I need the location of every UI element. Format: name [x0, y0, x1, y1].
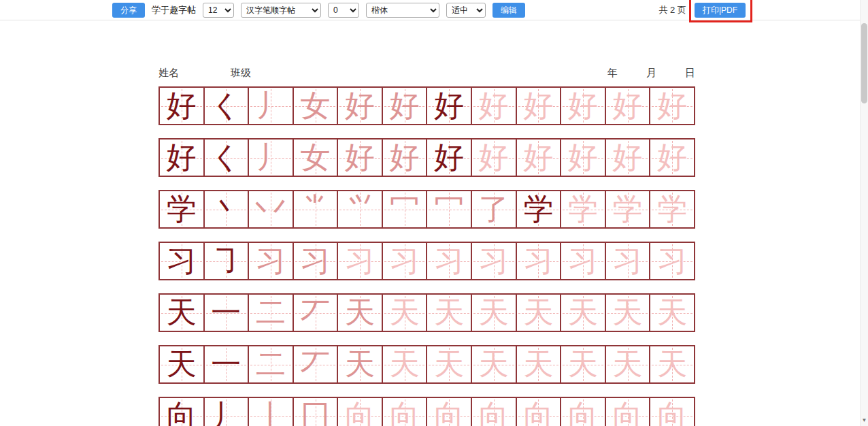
- grid-cell: 女: [293, 140, 337, 176]
- character-row: 学丶丷⺌⺍冖冖了学学学学: [158, 190, 695, 229]
- grid-cell: く: [203, 88, 248, 124]
- practice-char: 习: [294, 243, 337, 279]
- grid-cell: 习: [160, 243, 203, 279]
- practice-char: 二: [249, 346, 293, 382]
- grid-cell: 冂: [293, 398, 337, 426]
- grid-cell: 天: [605, 295, 650, 331]
- spacing-select[interactable]: 适中: [446, 3, 486, 18]
- grid-cell: 好: [649, 140, 694, 176]
- practice-char: 学: [561, 191, 605, 227]
- font-family-select[interactable]: 楷体: [366, 3, 439, 18]
- grid-cell: 好: [649, 88, 694, 124]
- grid-cell: 天: [426, 346, 471, 382]
- grid-cell: 天: [649, 295, 694, 331]
- grid-cell: 好: [516, 88, 561, 124]
- practice-char: 天: [561, 295, 605, 331]
- grid-cell: 天: [471, 295, 516, 331]
- character-row: 天一二丆天天天天天天天天: [158, 345, 695, 384]
- font-size-select[interactable]: 12: [203, 3, 234, 18]
- practice-char: 丷: [249, 191, 293, 227]
- practice-char: 学: [650, 191, 694, 227]
- practice-char: 好: [561, 88, 605, 124]
- practice-char: 丿: [249, 88, 293, 124]
- practice-char: ⺌: [294, 191, 337, 227]
- sheet-type-select[interactable]: 汉字笔顺字帖: [241, 3, 321, 18]
- practice-char: 天: [517, 295, 561, 331]
- practice-char: 好: [517, 88, 561, 124]
- grid-cell: 学: [560, 191, 605, 227]
- scrollbar[interactable]: ▼: [860, 0, 868, 426]
- print-pdf-button[interactable]: 打印|PDF: [695, 3, 746, 18]
- grid-cell: 习: [337, 243, 382, 279]
- practice-char: 习: [472, 243, 516, 279]
- practice-char: 天: [338, 346, 382, 382]
- toolbar: 分享 学于趣字帖 12 汉字笔顺字帖 0 楷体 适中 编辑 共 2 页 打印|P…: [0, 0, 868, 20]
- character-row: 好く丿女好好好好好好好好: [158, 86, 695, 125]
- grid-cell: 学: [516, 191, 561, 227]
- grid-cell: く: [203, 140, 248, 176]
- practice-char: 天: [160, 346, 203, 382]
- grid-cell: 习: [382, 243, 427, 279]
- practice-char: 天: [427, 346, 471, 382]
- grid-cell: 好: [471, 140, 516, 176]
- edit-button[interactable]: 编辑: [493, 3, 525, 18]
- practice-char: 学: [160, 191, 203, 227]
- practice-char: 好: [338, 88, 382, 124]
- grid-cell: 好: [160, 88, 203, 124]
- practice-char: 天: [561, 346, 605, 382]
- scrollbar-thumb[interactable]: [861, 23, 867, 103]
- character-row: 天一二丆天天天天天天天天: [158, 293, 695, 332]
- practice-char: 好: [427, 88, 471, 124]
- grid-cell: 向: [426, 398, 471, 426]
- grid-cell: 习: [471, 243, 516, 279]
- practice-char: 向: [160, 398, 203, 426]
- practice-char: 天: [383, 295, 427, 331]
- practice-char: 习: [650, 243, 694, 279]
- grid-cell: ⺌: [293, 191, 337, 227]
- grid-cell: 一: [203, 346, 248, 382]
- grid-cell: 天: [516, 295, 561, 331]
- toolbar-right-group: 共 2 页 打印|PDF: [658, 3, 746, 18]
- practice-char: 丨: [249, 398, 293, 426]
- grid-cell: 天: [160, 346, 203, 382]
- grid-cell: 学: [605, 191, 650, 227]
- grid-cell: 天: [337, 295, 382, 331]
- share-button[interactable]: 分享: [112, 3, 145, 18]
- practice-char: 了: [472, 191, 516, 227]
- grid-cell: 好: [337, 140, 382, 176]
- practice-char: 习: [249, 243, 293, 279]
- sheet-header: 姓名 班级 年 月 日: [158, 67, 695, 80]
- practice-char: 一: [205, 346, 248, 382]
- practice-char: 习: [606, 243, 650, 279]
- offset-select[interactable]: 0: [328, 3, 359, 18]
- scroll-down-button[interactable]: ▼: [861, 416, 868, 425]
- grid-cell: 向: [337, 398, 382, 426]
- practice-char: 向: [427, 398, 471, 426]
- practice-char: 向: [606, 398, 650, 426]
- practice-char: 好: [338, 140, 382, 176]
- practice-char: 向: [517, 398, 561, 426]
- grid-cell: 丿: [248, 140, 293, 176]
- practice-char: 好: [427, 140, 471, 176]
- practice-char: 学: [606, 191, 650, 227]
- grid-cell: 丆: [293, 346, 337, 382]
- practice-char: く: [205, 88, 248, 124]
- grid-cell: 丨: [248, 398, 293, 426]
- character-row: 向丿丨冂向向向向向向向向: [158, 397, 695, 426]
- practice-grid: 好く丿女好好好好好好好好好く丿女好好好好好好好好学丶丷⺌⺍冖冖了学学学学习㇆习习…: [158, 86, 695, 426]
- practice-char: 好: [383, 140, 427, 176]
- grid-cell: 学: [160, 191, 203, 227]
- practice-char: 习: [160, 243, 203, 279]
- grid-cell: 天: [160, 295, 203, 331]
- grid-cell: 天: [382, 295, 427, 331]
- day-label: 日: [685, 67, 695, 80]
- grid-cell: 丿: [203, 398, 248, 426]
- practice-char: 向: [472, 398, 516, 426]
- practice-char: 向: [561, 398, 605, 426]
- grid-cell: 二: [248, 346, 293, 382]
- grid-cell: 习: [248, 243, 293, 279]
- practice-char: 习: [561, 243, 605, 279]
- grid-cell: 习: [293, 243, 337, 279]
- grid-cell: 天: [605, 346, 650, 382]
- practice-char: 天: [650, 295, 694, 331]
